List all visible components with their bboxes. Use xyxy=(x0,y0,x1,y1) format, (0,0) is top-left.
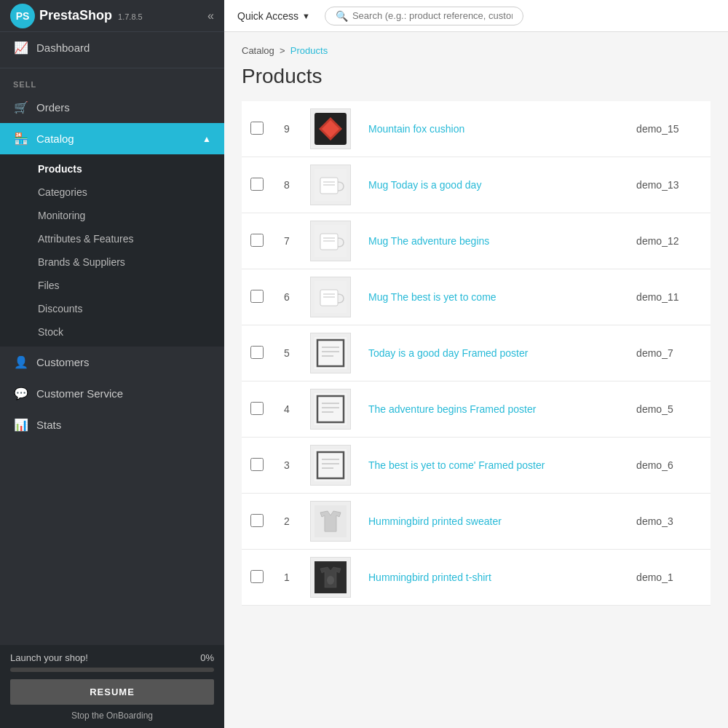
product-id: 7 xyxy=(272,213,301,269)
product-checkbox[interactable] xyxy=(250,178,264,191)
sell-section-label: SELL xyxy=(0,73,224,92)
search-icon: 🔍 xyxy=(336,10,348,22)
product-checkbox[interactable] xyxy=(250,402,264,415)
orders-icon: 🛒 xyxy=(13,100,29,114)
search-bar[interactable]: 🔍 xyxy=(325,7,523,25)
dashboard-label: Dashboard xyxy=(36,41,90,54)
product-ref: demo_5 xyxy=(628,381,711,438)
product-name-link[interactable]: Mug The adventure begins xyxy=(368,235,489,247)
product-thumbnail xyxy=(310,557,351,598)
product-name-link[interactable]: Mug The best is yet to come xyxy=(368,291,496,303)
product-checkbox[interactable] xyxy=(250,458,264,471)
product-id: 4 xyxy=(272,381,301,438)
product-ref: demo_3 xyxy=(628,494,711,550)
submenu-item-discounts[interactable]: Discounts xyxy=(0,297,224,320)
table-row: 6 Mug The best is yet to comedemo_11 xyxy=(242,269,711,325)
product-checkbox[interactable] xyxy=(250,570,264,583)
topbar: Quick Access ▼ 🔍 xyxy=(224,0,728,32)
svg-rect-12 xyxy=(320,290,338,306)
product-ref: demo_1 xyxy=(628,550,711,606)
product-name-link[interactable]: Mug Today is a good day xyxy=(368,179,481,191)
customer-service-label: Customer Service xyxy=(36,387,123,400)
product-name-link[interactable]: Today is a good day Framed poster xyxy=(368,347,528,359)
svg-rect-8 xyxy=(320,234,338,250)
sidebar-collapse-button[interactable]: « xyxy=(207,9,214,23)
product-name-link[interactable]: Mountain fox cushion xyxy=(368,123,464,135)
sidebar-item-customer-service[interactable]: 💬 Customer Service xyxy=(0,378,224,409)
product-ref: demo_7 xyxy=(628,325,711,381)
submenu-item-files[interactable]: Files xyxy=(0,274,224,297)
submenu-item-products[interactable]: Products xyxy=(0,157,224,181)
submenu-item-monitoring[interactable]: Monitoring xyxy=(0,204,224,227)
product-id: 6 xyxy=(272,269,301,325)
resume-button[interactable]: RESUME xyxy=(10,679,214,705)
svg-rect-20 xyxy=(314,393,347,425)
svg-point-32 xyxy=(327,576,334,585)
catalog-icon: 🏪 xyxy=(13,132,29,146)
submenu-item-stock[interactable]: Stock xyxy=(0,320,224,344)
product-id: 9 xyxy=(272,101,301,157)
product-name-link[interactable]: Hummingbird printed t-shirt xyxy=(368,571,491,583)
breadcrumb-current[interactable]: Products xyxy=(290,45,328,56)
customer-service-icon: 💬 xyxy=(13,387,29,400)
breadcrumb: Catalog > Products xyxy=(242,45,711,56)
customers-label: Customers xyxy=(36,356,90,368)
product-id: 3 xyxy=(272,438,301,494)
product-thumbnail xyxy=(310,108,351,149)
progress-bar xyxy=(10,668,214,672)
product-thumbnail xyxy=(310,501,351,542)
page-area: Catalog > Products Products 9 Mountain f… xyxy=(224,32,728,728)
main-content: Quick Access ▼ 🔍 Catalog > Products Prod… xyxy=(224,0,728,728)
launch-row: Launch your shop! 0% xyxy=(10,652,214,663)
sidebar-item-catalog[interactable]: 🏪 Catalog ▲ xyxy=(0,123,224,154)
onboarding-section: Launch your shop! 0% RESUME Stop the OnB… xyxy=(0,645,224,728)
product-ref: demo_6 xyxy=(628,438,711,494)
quick-access-label: Quick Access xyxy=(237,10,298,22)
product-checkbox[interactable] xyxy=(250,122,264,135)
product-thumbnail xyxy=(310,221,351,261)
sidebar-item-dashboard[interactable]: 📈 Dashboard xyxy=(0,32,224,63)
table-row: 4 The adventure begins Framed posterdemo… xyxy=(242,381,711,438)
sidebar-item-orders[interactable]: 🛒 Orders xyxy=(0,92,224,123)
stats-icon: 📊 xyxy=(13,418,29,432)
launch-label: Launch your shop! xyxy=(10,652,88,663)
app-version: 1.7.8.5 xyxy=(118,12,143,21)
product-name-link[interactable]: The best is yet to come' Framed poster xyxy=(368,459,545,471)
submenu-item-categories[interactable]: Categories xyxy=(0,181,224,204)
product-name-link[interactable]: The adventure begins Framed poster xyxy=(368,403,536,415)
product-checkbox[interactable] xyxy=(250,234,264,247)
sidebar: PS PrestaShop 1.7.8.5 « 📈 Dashboard SELL… xyxy=(0,0,224,728)
sidebar-item-customers[interactable]: 👤 Customers xyxy=(0,347,224,378)
product-ref: demo_13 xyxy=(628,157,711,213)
product-id: 8 xyxy=(272,157,301,213)
catalog-submenu: Products Categories Monitoring Attribute… xyxy=(0,154,224,347)
product-id: 2 xyxy=(272,494,301,550)
product-checkbox[interactable] xyxy=(250,346,264,359)
product-checkbox[interactable] xyxy=(250,290,264,303)
stats-label: Stats xyxy=(36,419,61,431)
launch-percent: 0% xyxy=(200,652,214,663)
product-thumbnail xyxy=(310,445,351,486)
stop-onboarding-link[interactable]: Stop the OnBoarding xyxy=(10,711,214,721)
table-row: 9 Mountain fox cushiondemo_15 xyxy=(242,101,711,157)
product-id: 5 xyxy=(272,325,301,381)
submenu-item-brands[interactable]: Brands & Suppliers xyxy=(0,250,224,274)
table-row: 1 Hummingbird printed t-shirtdemo_1 xyxy=(242,550,711,606)
logo-name: PrestaShop xyxy=(39,8,112,23)
product-ref: demo_15 xyxy=(628,101,711,157)
quick-access-arrow-icon: ▼ xyxy=(302,12,310,20)
customers-icon: 👤 xyxy=(13,355,29,369)
sidebar-item-stats[interactable]: 📊 Stats xyxy=(0,409,224,440)
product-checkbox[interactable] xyxy=(250,514,264,527)
product-table: 9 Mountain fox cushiondemo_158 Mug Today… xyxy=(242,101,711,606)
catalog-label: Catalog xyxy=(36,132,74,145)
svg-rect-25 xyxy=(314,449,347,481)
submenu-item-attributes[interactable]: Attributes & Features xyxy=(0,227,224,250)
page-title: Products xyxy=(242,65,711,88)
product-name-link[interactable]: Hummingbird printed sweater xyxy=(368,515,502,527)
product-thumbnail xyxy=(310,389,351,430)
quick-access-menu[interactable]: Quick Access ▼ xyxy=(237,10,310,22)
search-input[interactable] xyxy=(352,10,513,21)
product-thumbnail xyxy=(310,277,351,317)
product-ref: demo_11 xyxy=(628,269,711,325)
